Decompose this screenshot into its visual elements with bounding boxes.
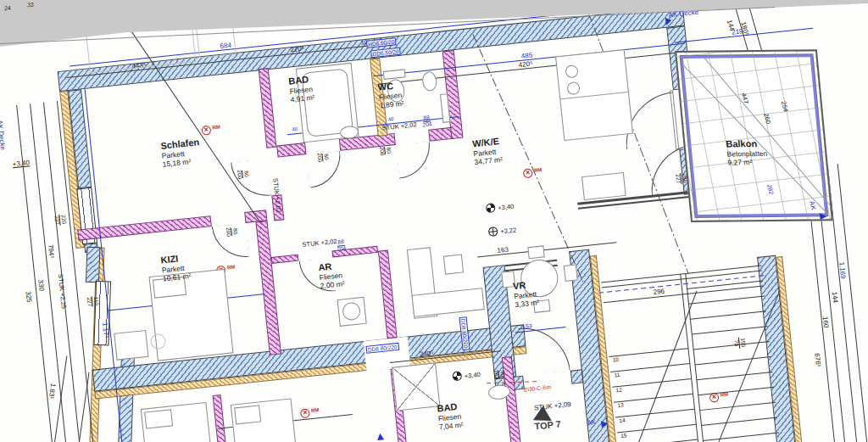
room-label-ar: ARFliesen2,00 m² — [318, 260, 345, 290]
stair-step-number: 11 — [614, 372, 620, 378]
door-arc-wc — [396, 142, 433, 179]
desk — [114, 330, 148, 361]
dim-7945: 794⁵ — [47, 244, 55, 259]
window-dim: 88204 — [336, 239, 346, 253]
stair-step-number: 15 — [620, 433, 627, 439]
dim-40: 40 — [292, 126, 298, 132]
stair-tread — [697, 372, 773, 381]
wall-lower-flat — [213, 394, 234, 442]
entry-triangle — [533, 406, 553, 421]
dim-144b: 144 — [830, 291, 838, 303]
pillow — [234, 405, 261, 424]
ak-arrow — [376, 433, 384, 440]
stair-tread — [701, 417, 777, 427]
stair-tread — [690, 311, 766, 320]
wall-bad-south — [276, 143, 306, 157]
ak-arrow — [820, 213, 827, 220]
stuk-label: STUK +2,02 — [381, 121, 417, 131]
room-label-kizi: KIZIParkett10,61 m² — [160, 252, 192, 283]
room-label-bad: BADFliesen7,04 m² — [437, 401, 464, 432]
stair-tread — [610, 363, 690, 372]
stair-tread — [609, 348, 688, 357]
stuk-label: STUK +2,02 — [302, 238, 337, 249]
unit-label-top7: TOP 7 — [534, 419, 561, 432]
ak-marker: AK — [587, 419, 596, 427]
door-dim-bad: 80200 — [316, 152, 330, 162]
exterior-wall-left-lower — [86, 247, 100, 283]
room-area: 7,04 m² — [438, 420, 464, 431]
stair-step-number: 10 — [613, 357, 620, 364]
stair-tread — [700, 402, 776, 411]
level-marker: +3,22 — [488, 225, 517, 237]
chair — [527, 245, 544, 259]
room-label-schlafen: SchlafenParkett15,18 m² — [160, 137, 202, 169]
dim-6765: 676⁵ — [813, 353, 821, 367]
stair-tread — [615, 409, 695, 418]
room-area: 9,27 m² — [727, 158, 769, 167]
kitchen-island — [581, 172, 626, 200]
window-dim-kizi: 110227 — [86, 296, 99, 308]
room-label-vr: VRParkett3,33 m² — [512, 278, 539, 309]
window-dim-schlafen: 220227 — [53, 214, 67, 226]
dim-296: 296 — [653, 288, 665, 297]
stair-step-number: 13 — [617, 403, 624, 410]
ak-decke-label: AK Decke — [0, 120, 6, 150]
side-table — [443, 254, 464, 274]
level-marker: +3,40 — [452, 369, 481, 381]
stair-tread — [695, 356, 771, 366]
door-dim-kizi: 80200 — [225, 227, 238, 237]
ak-arrow — [601, 420, 609, 428]
balkon-area: Balkon Betonplatten 9,27 m² 447260254282… — [675, 49, 833, 222]
room-label-bad: BADFliesen4,91 m² — [288, 74, 315, 104]
dim-1175: 1.17⁵ — [101, 322, 109, 339]
room-floor: Betonplatten — [726, 149, 768, 159]
wall-ar-north — [271, 255, 299, 264]
wc-cistern — [383, 69, 406, 80]
room-area: 34,77 m² — [474, 155, 503, 167]
stair-tread — [698, 387, 775, 396]
dim-40b: 40 — [387, 116, 393, 122]
stair-tread — [692, 326, 768, 335]
dim-160: 160 — [821, 316, 829, 328]
level-marker: +3,40 — [486, 201, 515, 213]
dim-144: 144 — [726, 20, 736, 32]
chair — [564, 264, 578, 281]
window-dim: 88204 — [421, 115, 431, 128]
smoke-detector: RM — [300, 407, 320, 418]
stair-step-number: 14 — [619, 417, 626, 424]
wall-ar-east — [378, 250, 398, 339]
stair-tread — [612, 378, 692, 388]
dim-330: 330 — [36, 279, 45, 291]
level-label: +3,40 — [12, 159, 30, 168]
wall-kizi-east — [255, 221, 281, 355]
door-dim-schlafen: 80200 — [236, 169, 249, 179]
dim-2205: 220⁵ — [290, 46, 304, 54]
entry-wall — [570, 369, 584, 383]
smoke-detector: RM — [523, 167, 542, 178]
stair-tread — [688, 295, 765, 305]
stair-tread — [703, 433, 779, 442]
room-area: 2,00 m² — [320, 279, 345, 290]
stair-tread — [619, 439, 698, 442]
wc-sink — [421, 70, 437, 92]
room-label-w-k-e: W/K/EParkett34,77 m² — [472, 136, 504, 166]
wall-wc-south — [428, 127, 453, 142]
stuk-label: STUK +2,25 — [57, 274, 67, 310]
fire-door-label: EI30-C-Sm — [524, 384, 552, 393]
door-dim-wc: 80200 — [378, 146, 392, 156]
pillow — [144, 409, 173, 428]
wall-schlafen-bad — [259, 68, 277, 148]
stair-tread — [617, 424, 697, 434]
dim-4205: 420⁵ — [518, 61, 532, 70]
floor-plan-drawing: 684485443⁵220⁵10105420⁵219144180⁵794⁵330… — [0, 0, 868, 442]
door-dim-entry: 90202 — [492, 369, 506, 379]
room-label-wc: WCFliesen1,89 m² — [377, 80, 404, 110]
dim-2405: 240⁵ — [420, 350, 434, 359]
stair-step-number: 12 — [615, 388, 622, 394]
dim-153: 153 — [522, 322, 532, 330]
room-area: 1,89 m² — [379, 98, 404, 109]
band-dim-33: 33 — [27, 2, 34, 8]
dim-1831: 1.83¹ — [47, 383, 56, 399]
smoke-detector: RM — [201, 124, 220, 135]
shower — [392, 362, 440, 411]
